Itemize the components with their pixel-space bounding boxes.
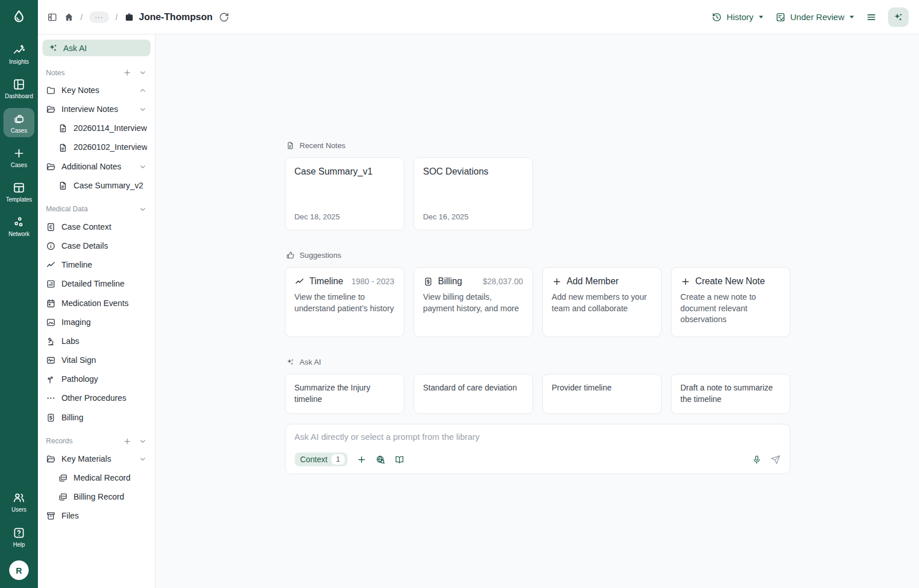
rail-item-insights[interactable]: Insights [3, 39, 34, 68]
item-label: Files [61, 511, 79, 521]
microscope-icon [46, 336, 56, 346]
refresh-icon[interactable] [219, 12, 229, 22]
context-label: Context [300, 455, 328, 464]
home-icon[interactable] [64, 12, 74, 22]
svg-text:PDF: PDF [62, 477, 67, 479]
sidebar-item-labs[interactable]: Labs [43, 332, 150, 351]
briefcase-icon [124, 12, 134, 22]
add-record-icon[interactable] [123, 437, 132, 446]
microphone-icon[interactable] [752, 455, 762, 465]
sidebar-item-other-procedures[interactable]: Other Procedures [43, 389, 150, 408]
ai-prompt-card[interactable]: Draft a note to summarize the timeline [671, 374, 790, 414]
rail-item-label: Insights [9, 59, 29, 65]
sidebar-item-vital-sign[interactable]: Vital Sign [43, 351, 150, 370]
sidebar-item-case-context[interactable]: Case Context [43, 218, 150, 237]
sidebar-item-timeline[interactable]: Timeline [43, 256, 150, 274]
folder-additional-notes[interactable]: Additional Notes [43, 157, 150, 176]
chevron-down-icon[interactable] [138, 437, 147, 446]
suggestion-card-billing[interactable]: Billing $28,037.00 View billing details,… [414, 267, 533, 337]
rail-item-network[interactable]: Network [3, 211, 34, 241]
status-dropdown[interactable]: Under Review [775, 12, 855, 22]
rail-item-label: Dashboard [5, 93, 33, 99]
rail-item-cases[interactable]: Cases [3, 108, 34, 137]
folder-label: Key Materials [61, 454, 111, 464]
status-label: Under Review [790, 12, 844, 22]
web-search-icon[interactable] [376, 455, 385, 465]
sidebar-item-case-details[interactable]: Case Details [43, 237, 150, 256]
suggestion-description: Create a new note to document relevant o… [681, 292, 781, 326]
rail-item-dashboard[interactable]: Dashboard [3, 74, 34, 103]
folder-key-notes[interactable]: Key Notes [43, 81, 150, 100]
breadcrumb-case[interactable]: Jone-Thompson [124, 11, 213, 22]
app-rail: Insights Dashboard Cases Cases [0, 0, 38, 588]
chevron-down-icon [138, 163, 147, 171]
prompt-library-book-icon[interactable] [395, 455, 404, 465]
topbar: / ··· / Jone-Thompson History [38, 0, 919, 34]
archive-box-icon [46, 511, 56, 521]
folder-interview-notes[interactable]: Interview Notes [43, 100, 150, 119]
note-file[interactable]: 20260114_Interview... [43, 119, 150, 138]
note-file[interactable]: Case Summary_v2 [43, 176, 150, 195]
rail-item-label: Users [11, 506, 26, 513]
composer-actions: Context 1 [295, 452, 781, 466]
recent-note-card[interactable]: SOC Deviations Dec 16, 2025 [414, 157, 533, 230]
suggestion-meta: 1980 - 2023 [352, 277, 395, 286]
send-icon[interactable] [771, 455, 781, 465]
sidebar-item-pathology[interactable]: Pathology [43, 370, 150, 389]
history-button[interactable]: History [712, 12, 764, 22]
rail-item-help[interactable]: Help [3, 522, 34, 551]
add-note-icon[interactable] [123, 68, 132, 77]
sidebar-item-medication-events[interactable]: Medication Events [43, 294, 150, 313]
rail-item-new-case[interactable]: Cases [3, 142, 34, 172]
ai-prompt-card[interactable]: Provider timeline [542, 374, 662, 414]
breadcrumb-ellipsis[interactable]: ··· [89, 11, 109, 23]
suggestion-card-add-member[interactable]: Add Member Add new members to your team … [542, 267, 662, 337]
section-title: Recent Notes [300, 141, 346, 150]
suggestion-card-timeline[interactable]: Timeline 1980 - 2023 View the timeline t… [285, 267, 404, 337]
chevron-down-icon[interactable] [138, 205, 147, 214]
item-label: Labs [61, 336, 79, 346]
rail-nav: Insights Dashboard Cases Cases [0, 39, 38, 241]
sparkles-icon [893, 12, 903, 22]
record-file-billing[interactable]: PDF Billing Record [43, 488, 150, 506]
templates-icon [13, 181, 25, 194]
menu-icon[interactable] [866, 12, 876, 22]
ask-ai-input[interactable] [295, 432, 781, 442]
ai-prompt-card[interactable]: Standard of care deviation [414, 374, 533, 414]
note-date: Dec 16, 2025 [423, 212, 523, 221]
ai-prompt-card[interactable]: Summarize the Injury timeline [285, 374, 404, 414]
sidebar-item-billing[interactable]: Billing [43, 408, 150, 427]
context-chip[interactable]: Context 1 [295, 452, 348, 466]
pdf-stack-icon: PDF [58, 473, 68, 483]
record-file-medical[interactable]: PDF Medical Record [43, 469, 150, 488]
billing-file-icon [423, 277, 433, 287]
app-logo-droplet-icon[interactable] [11, 9, 26, 24]
user-avatar[interactable]: R [9, 560, 29, 580]
suggestion-title: Billing [438, 276, 462, 287]
item-label: Case Context [61, 222, 111, 232]
chevron-down-icon[interactable] [138, 68, 147, 77]
folder-label: Key Notes [61, 86, 99, 95]
notes-section-header: Notes [43, 63, 150, 81]
recent-note-card[interactable]: Case Summary_v1 Dec 18, 2025 [285, 157, 404, 230]
sparkles-icon [286, 358, 295, 366]
ask-ai-button[interactable]: Ask AI [43, 40, 150, 56]
sidebar-toggle-icon[interactable] [47, 12, 57, 22]
sidebar-item-files[interactable]: Files [43, 506, 150, 525]
suggestion-description: Add new members to your team and collabo… [552, 292, 652, 314]
chevron-down-icon [849, 15, 855, 19]
right-column: / ··· / Jone-Thompson History [38, 0, 919, 588]
attach-plus-icon[interactable] [357, 455, 366, 465]
folder-key-materials[interactable]: Key Materials [43, 450, 150, 469]
sidebar-item-detailed-timeline[interactable]: Detailed Timeline [43, 274, 150, 293]
rail-item-templates[interactable]: Templates [3, 177, 34, 206]
sidebar-item-imaging[interactable]: Imaging [43, 313, 150, 332]
suggestion-meta: $28,037.00 [482, 277, 523, 286]
timeline-icon [295, 277, 304, 287]
suggestion-card-create-note[interactable]: Create New Note Create a new note to doc… [671, 267, 790, 337]
ai-sparkles-button[interactable] [888, 7, 909, 27]
note-file[interactable]: 20260102_Interview... [43, 138, 150, 157]
rail-item-users[interactable]: Users [3, 487, 34, 516]
ai-composer: Context 1 [285, 424, 790, 474]
item-label: Medication Events [61, 299, 129, 308]
